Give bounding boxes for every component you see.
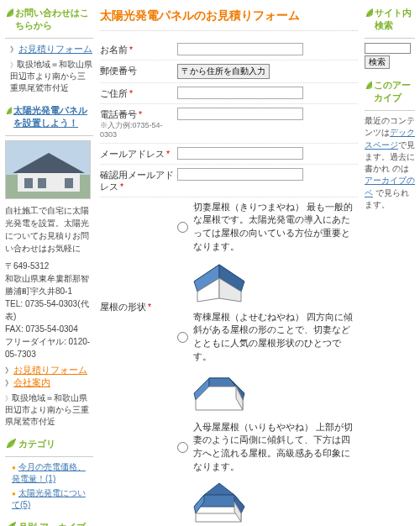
right-archive-heading: このアーカイブ [365, 77, 415, 108]
contact-heading: お問い合わせはこちらから [5, 5, 93, 35]
roof-radio-3[interactable] [177, 421, 188, 474]
search-heading: サイト内検索 [365, 5, 415, 35]
panel-promo-link[interactable]: 太陽光発電パネルを設置しよう！ [13, 105, 87, 128]
cat-item-1[interactable]: 今月の売電価格、発電量！(1) [12, 462, 86, 483]
label-tel: 電話番号*※入力例:0735-54-0303 [100, 108, 177, 139]
roof-img-1 [189, 257, 249, 304]
cat-item-2[interactable]: 太陽光発電について(5) [12, 488, 86, 509]
input-name[interactable] [177, 43, 303, 55]
search-button[interactable]: 検索 [365, 55, 390, 69]
svg-marker-24 [196, 513, 241, 522]
panel-promo-heading: 太陽光発電パネルを設置しよう！ [5, 103, 93, 133]
roof-radio-1[interactable] [177, 201, 188, 254]
page-title: 太陽光発電パネルのお見積りフォーム [100, 5, 358, 31]
search-input[interactable] [365, 43, 411, 54]
company-desc: 自社施工で自宅に太陽光発電を設置。太陽光についてお見積りお問い合わせはお気軽に [5, 204, 93, 255]
svg-marker-16 [209, 378, 236, 387]
label-roof: 屋根の形状* [100, 201, 177, 313]
category-heading: カテゴリ [5, 436, 93, 454]
freedial-line: フリーダイヤル: 0120-05-7303 [5, 335, 93, 360]
leaf-icon [365, 7, 373, 18]
svg-rect-6 [65, 178, 73, 188]
label-mail2: 確認用メールアドレス* [100, 168, 177, 193]
addr-line: 和歌山県東牟婁郡那智勝浦町宇久井80-1 [5, 272, 93, 297]
roof-img-2 [189, 367, 249, 414]
input-mail[interactable] [177, 147, 303, 160]
tel-line: TEL: 0735-54-0303(代表) [5, 297, 93, 323]
input-tel[interactable] [177, 108, 303, 120]
house-image [5, 140, 91, 199]
archive-heading: 月別 アーカイブ [5, 519, 93, 526]
label-mail: メールアドレス* [100, 147, 177, 160]
leaf-icon [5, 7, 13, 18]
area-note-2: 取扱地域＝和歌山県田辺市より南から三重県尾鷲市付近 [5, 393, 89, 426]
addr-zip: 〒649-5312 [5, 260, 93, 272]
input-addr[interactable] [177, 87, 303, 99]
roof-img-3 [189, 477, 249, 524]
svg-rect-4 [24, 178, 33, 188]
leaf-icon [5, 104, 12, 116]
company-link[interactable]: 会社案内 [13, 377, 50, 387]
leaf-icon [365, 79, 372, 91]
estimate-link[interactable]: お見積りフォーム [18, 44, 92, 54]
area-note: 》取扱地域＝和歌山県田辺市より南から三重県尾鷲市付近 [10, 59, 93, 94]
estimate-link-2[interactable]: お見積りフォーム [13, 365, 87, 375]
archive-note: 最近のコンテンツはデックスページで見 ます。過去に書かれ のはアーカイブのペ で… [365, 115, 415, 211]
leaf-icon [5, 521, 17, 526]
leaf-icon [5, 438, 17, 450]
fax-line: FAX: 0735-54-0304 [5, 323, 93, 335]
zip-lookup-button[interactable]: 〒から住所を自動入力 [177, 64, 270, 79]
svg-marker-23 [194, 495, 204, 513]
label-zip: 郵便番号 [100, 64, 177, 77]
input-mail2[interactable] [177, 168, 303, 181]
svg-marker-20 [204, 483, 234, 495]
roof-radio-2[interactable] [177, 311, 188, 364]
label-name: お名前* [100, 43, 177, 56]
label-addr: ご住所* [100, 87, 177, 100]
svg-rect-5 [38, 178, 46, 188]
